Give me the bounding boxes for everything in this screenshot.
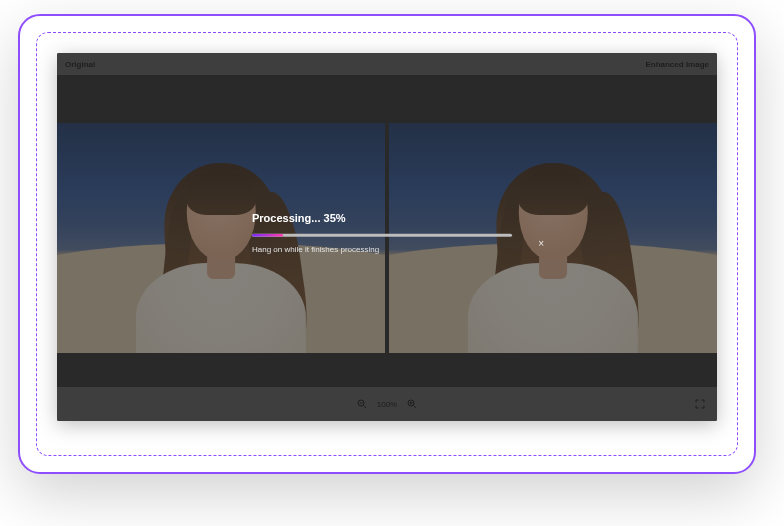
- modal-subtitle: Hang on while it finishes processing: [252, 245, 522, 254]
- zoom-controls: 100%: [355, 397, 419, 411]
- dashed-frame: Original Enhanced Image: [36, 32, 738, 456]
- expand-icon: [694, 398, 706, 410]
- svg-line-4: [414, 406, 417, 409]
- app-window: Original Enhanced Image: [57, 53, 717, 421]
- modal-title: Processing... 35%: [252, 212, 522, 224]
- progress-fill: [252, 234, 283, 237]
- zoom-out-icon: [356, 398, 368, 410]
- modal-title-prefix: Processing...: [252, 212, 320, 224]
- enhanced-label: Enhanced Image: [645, 60, 709, 69]
- zoom-level: 100%: [377, 400, 397, 409]
- processing-modal: Processing... 35% × Hang on while it fin…: [252, 212, 522, 254]
- original-label: Original: [65, 60, 95, 69]
- fullscreen-button[interactable]: [693, 397, 707, 411]
- photo-subject: [451, 155, 654, 353]
- photo-subject: [119, 155, 322, 353]
- zoom-out-button[interactable]: [355, 397, 369, 411]
- footer-bar: 100%: [57, 387, 717, 421]
- zoom-in-button[interactable]: [405, 397, 419, 411]
- svg-line-1: [363, 406, 366, 409]
- outer-frame: Original Enhanced Image: [18, 14, 756, 474]
- modal-close-button[interactable]: ×: [538, 238, 544, 249]
- progress-bar: [252, 234, 512, 237]
- header-bar: Original Enhanced Image: [57, 53, 717, 75]
- modal-percent: 35%: [324, 212, 346, 224]
- zoom-in-icon: [406, 398, 418, 410]
